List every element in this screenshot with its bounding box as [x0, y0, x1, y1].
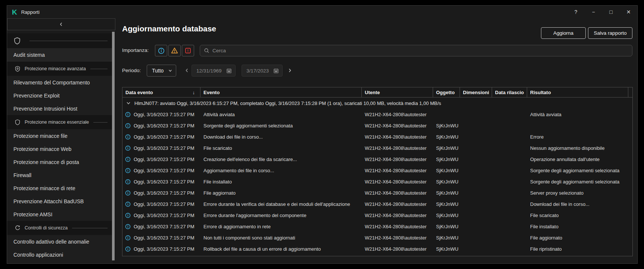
table-row[interactable]: Oggi, 3/16/2023 7:15:27 PMSorgente degli…	[122, 120, 632, 131]
close-button[interactable]: ✕	[620, 6, 637, 18]
column-header-evento[interactable]: Evento	[200, 87, 362, 97]
table-row[interactable]: Oggi, 3/16/2023 7:15:27 PMFile aggiornat…	[122, 187, 632, 198]
titlebar: K Rapporti ? − □ ✕	[7, 6, 637, 18]
sidebar-item-prevenzione-intrusioni-host[interactable]: Prevenzione Intrusioni Host	[7, 102, 113, 115]
table-row[interactable]: Oggi, 3/16/2023 7:15:27 PMFile installat…	[122, 176, 632, 187]
sidebar-item-label: Rilevamento del Comportamento	[13, 80, 90, 86]
column-header-label: Risultato	[530, 90, 551, 95]
importance-error-button[interactable]	[182, 45, 194, 56]
column-header-utente[interactable]: Utente	[362, 87, 433, 97]
info-icon	[125, 168, 131, 173]
sidebar-item-prevenzione-attacchi-badusb[interactable]: Prevenzione Attacchi BadUSB	[7, 195, 113, 208]
help-button[interactable]: ?	[567, 6, 585, 18]
cell-object: SjKrJnWU	[433, 246, 460, 252]
sidebar-item-firewall[interactable]: Firewall	[7, 168, 113, 182]
info-icon	[125, 123, 131, 129]
sidebar-item-protezione-minacce-di-posta[interactable]: Protezione minacce di posta	[7, 155, 113, 168]
chevron-down-icon	[168, 68, 172, 73]
table-header: Data evento↓EventoUtenteOggettoDimension…	[122, 87, 632, 98]
date-from-field[interactable]: 12/31/1969	[192, 65, 236, 77]
sidebar-item-protezione-minacce-web[interactable]: Protezione minacce Web	[7, 142, 113, 155]
table-row[interactable]: Oggi, 3/16/2023 7:15:27 PMRollback del f…	[122, 243, 632, 254]
sidebar-item-controllo-adattivo-delle-anomalie[interactable]: Controllo adattivo delle anomalie	[7, 235, 113, 248]
cell-event: Aggiornamento dei file in corso...	[200, 168, 362, 173]
sidebar-item-prevenzione-exploit[interactable]: Prevenzione Exploit	[7, 89, 113, 102]
importance-warning-button[interactable]	[168, 45, 181, 56]
cell-event-date: Oggi, 3/16/2023 7:15:27 PM	[122, 134, 200, 140]
sidebar-section-product	[7, 33, 113, 48]
cell-user: W21H2-X64-2808\autotester	[362, 179, 433, 185]
table-row[interactable]: Oggi, 3/16/2023 7:15:27 PMFile scaricato…	[122, 142, 632, 154]
search-input[interactable]	[212, 48, 632, 53]
cell-event-date: Oggi, 3/16/2023 7:15:27 PM	[122, 112, 200, 117]
sidebar-item-protezione-minacce-di-rete[interactable]: Protezione minacce di rete	[7, 182, 113, 195]
sidebar-item-label: Controllo applicazioni	[13, 252, 63, 258]
sidebar-item-audit-sistema[interactable]: Audit sistema	[7, 48, 113, 62]
cell-event-date: Oggi, 3/16/2023 7:15:27 PM	[122, 246, 200, 252]
sidebar-item-rilevamento-del-comportamento[interactable]: Rilevamento del Comportamento	[7, 76, 113, 89]
cell-object: SjKrJnWU	[433, 201, 460, 207]
date-from-value: 12/31/1969	[196, 68, 222, 74]
sidebar-item-label: Audit sistema	[13, 52, 45, 58]
importance-info-button[interactable]	[155, 45, 167, 56]
sidebar-item-protezione-amsi[interactable]: Protezione AMSI	[7, 208, 113, 221]
table-row[interactable]: Oggi, 3/16/2023 7:15:27 PMErrore di aggi…	[122, 221, 632, 232]
info-icon	[125, 224, 131, 229]
column-header-data-rilascio[interactable]: Data rilascio	[492, 87, 527, 97]
info-icon	[158, 47, 165, 54]
sidebar-section-label: Protezione minacce avanzata	[25, 66, 86, 71]
column-header-risultato[interactable]: Risultato	[527, 87, 628, 97]
chevron-down-icon	[126, 101, 131, 106]
page-title: Aggiornamento database	[122, 24, 216, 33]
table-row[interactable]: Oggi, 3/16/2023 7:15:27 PMErrore durante…	[122, 198, 632, 210]
table-row[interactable]: Oggi, 3/16/2023 7:15:27 PMDownload dei f…	[122, 131, 632, 142]
column-header-dimensioni[interactable]: Dimensioni	[460, 87, 492, 97]
cell-result: Errore	[527, 134, 628, 140]
cell-event: File aggiornato	[200, 190, 362, 196]
cell-event: Non tutti i componenti sono stati aggior…	[200, 235, 362, 241]
period-prev-button[interactable]	[184, 68, 190, 73]
shield-dot-icon	[15, 66, 21, 72]
table-row[interactable]: Oggi, 3/16/2023 7:15:27 PMCreazione dell…	[122, 154, 632, 165]
chevron-left-icon	[184, 68, 190, 73]
importance-label: Importanza:	[122, 47, 149, 53]
table-row[interactable]: Oggi, 3/16/2023 7:15:27 PMErrore durante…	[122, 210, 632, 221]
events-table: Data evento↓EventoUtenteOggettoDimension…	[122, 87, 633, 256]
cell-event-date: Oggi, 3/16/2023 7:15:27 PM	[122, 168, 200, 173]
cell-object: SjKrJnWU	[433, 134, 460, 140]
sidebar-nav: Audit sistemaProtezione minacce avanzata…	[7, 30, 113, 263]
cell-user: W21H2-X64-2808\autotester	[362, 190, 433, 196]
app-window: K Rapporti ? − □ ✕ Audit sistemaProtezio…	[7, 5, 638, 264]
column-header-data-evento[interactable]: Data evento↓	[122, 87, 200, 97]
cell-user: W21H2-X64-2808\autotester	[362, 134, 433, 140]
cell-event-date: Oggi, 3/16/2023 7:15:27 PM	[122, 123, 200, 129]
column-header-oggetto[interactable]: Oggetto	[433, 87, 460, 97]
sidebar-item-label: Protezione minacce di posta	[13, 159, 79, 165]
sidebar-item-controllo-dispositivi[interactable]: Controllo dispositivi	[7, 261, 113, 263]
cell-event-date: Oggi, 3/16/2023 7:15:27 PM	[122, 145, 200, 151]
sidebar-scrollbar[interactable]	[112, 32, 115, 260]
date-to-field[interactable]: 3/17/2023	[242, 65, 283, 77]
save-report-button[interactable]: Salva rapporto	[588, 27, 632, 39]
sidebar-item-protezione-minacce-file[interactable]: Protezione minacce file	[7, 129, 113, 142]
cell-event-date: Oggi, 3/16/2023 7:15:27 PM	[122, 213, 200, 218]
sidebar-collapse-button[interactable]	[7, 18, 115, 30]
cell-result: File ripristinato	[527, 246, 628, 252]
cell-event: Creazione dell'elenco dei file da scaric…	[200, 157, 362, 162]
table-row[interactable]: Oggi, 3/16/2023 7:15:27 PMAttività avvia…	[122, 109, 632, 120]
kaspersky-logo-icon: K	[12, 9, 17, 16]
table-row[interactable]: Oggi, 3/16/2023 7:15:27 PMNon tutti i co…	[122, 232, 632, 243]
sidebar-item-controllo-applicazioni[interactable]: Controllo applicazioni	[7, 248, 113, 261]
sidebar-item-label: Firewall	[13, 172, 31, 178]
cell-object: SjKrJnWU	[433, 145, 460, 151]
maximize-button[interactable]: □	[602, 6, 620, 18]
sidebar-item-label: Prevenzione Attacchi BadUSB	[13, 198, 84, 204]
minimize-button[interactable]: −	[585, 6, 602, 18]
table-group-row[interactable]: HlmJN0T7: avviato Oggi, 3/16/2023 6:15:2…	[122, 98, 632, 109]
table-row[interactable]: Oggi, 3/16/2023 7:15:27 PMAggiornamento …	[122, 165, 632, 176]
period-next-button[interactable]	[287, 68, 293, 73]
cell-object: SjKrJnWU	[433, 235, 460, 241]
period-select[interactable]: Tutto	[147, 65, 176, 77]
app-title: Rapporti	[21, 9, 40, 15]
update-button[interactable]: Aggiorna	[541, 27, 586, 39]
